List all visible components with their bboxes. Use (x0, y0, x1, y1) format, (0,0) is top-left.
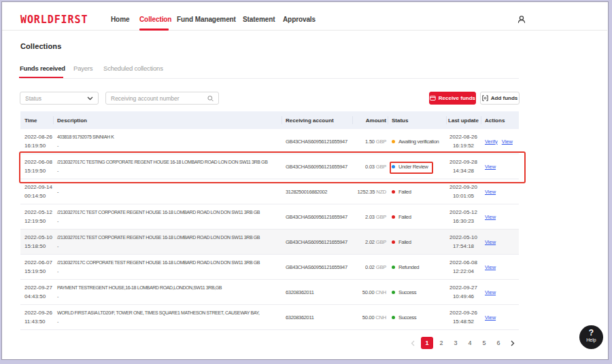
status-label: Failed (398, 214, 411, 220)
cell-amount: 50.00 CNH (352, 314, 388, 321)
description-sub: - (57, 292, 282, 301)
receive-funds-label: Receive funds (439, 95, 475, 101)
cell-time: 2022-09-26 11:43:50 (20, 308, 53, 326)
status-label: Failed (398, 189, 411, 195)
table-row[interactable]: 2022-06-07 15:19:50 /2130327017C CORPORA… (20, 255, 519, 280)
add-funds-button[interactable]: Add funds (480, 92, 520, 105)
cell-actions: View (481, 214, 519, 220)
cell-receiving-account: GB43CHAS60956121655947 (282, 164, 352, 170)
cell-status: Under Review (388, 164, 446, 170)
pagination-page-2[interactable]: 2 (435, 337, 447, 349)
pagination-pages: 123456 (421, 337, 505, 349)
table-row[interactable]: 2022-05-10 15:18:50 /2130327017C TEST CO… (20, 230, 519, 255)
amount-value: 2.02 (365, 239, 375, 245)
updated-time: 17:54:18 (446, 242, 481, 251)
receive-funds-icon (430, 95, 436, 101)
updated-date: 2022-09-28 (446, 158, 481, 166)
help-button[interactable]: ? Help (579, 325, 603, 349)
column-header-actions: Actions (481, 111, 519, 129)
time-date: 2022-09-14 (24, 183, 53, 192)
updated-date: 2022-06-08 (446, 258, 481, 267)
nav-item-home[interactable]: Home (111, 16, 129, 24)
currency-code: GBP (376, 214, 386, 220)
status-dot (392, 140, 395, 143)
time-clock: 15:19:50 (24, 166, 53, 175)
pagination-page-3[interactable]: 3 (449, 337, 462, 349)
status-label: Success (398, 289, 416, 295)
time-clock: 12:19:50 (24, 217, 53, 225)
receive-funds-button[interactable]: Receive funds (429, 92, 476, 105)
nav-item-statement[interactable]: Statement (243, 16, 275, 24)
table-row[interactable]: 2022-06-08 15:19:50 /2130327017C TESTING… (20, 154, 519, 179)
view-link[interactable]: View (485, 314, 496, 321)
amount-value: 50.00 (362, 289, 375, 295)
pagination-page-6[interactable]: 6 (492, 337, 505, 349)
column-header-last-update: Last update (446, 111, 481, 129)
cell-description: PAYMENT TESTREGENT HOUSE,16-18 LOMBARD R… (53, 283, 282, 301)
updated-time: 16:30:23 (446, 217, 481, 225)
verify-link[interactable]: Verify (485, 139, 498, 145)
view-link[interactable]: View (485, 189, 496, 195)
nav-item-approvals[interactable]: Approvals (283, 16, 316, 24)
description-sub: - (57, 166, 282, 175)
nav-item-fund-management[interactable]: Fund Management (177, 16, 236, 24)
time-date: 2022-06-07 (24, 258, 53, 267)
view-link[interactable]: View (485, 164, 496, 170)
tab-payers[interactable]: Payers (73, 65, 92, 73)
table-row[interactable]: 2022-09-14 00:14:50 - 3128250016882002 1… (20, 179, 519, 204)
updated-time: 12:22:04 (446, 267, 481, 276)
status-select[interactable]: Status (20, 92, 99, 105)
pagination-page-5[interactable]: 5 (478, 337, 490, 349)
topbar-divider (2, 30, 607, 31)
time-date: 2022-08-26 (24, 132, 53, 141)
time-clock: 15:19:50 (24, 267, 53, 276)
cell-time: 2022-08-26 16:19:50 (20, 132, 53, 150)
currency-code: GBP (376, 239, 386, 245)
search-input[interactable] (106, 95, 218, 102)
amount-value: 0.02 (365, 264, 375, 270)
view-link[interactable]: View (485, 239, 496, 245)
table-row[interactable]: 2022-09-26 11:43:50 WORLD FIRST ASIA LTD… (20, 305, 519, 330)
funds-table: Time Description Receiving account Amoun… (20, 111, 519, 330)
time-clock: 04:43:50 (24, 292, 53, 301)
status-dot (392, 316, 395, 319)
table-row[interactable]: 2022-09-27 04:43:50 PAYMENT TESTREGENT H… (20, 280, 519, 305)
cell-amount: 0.03 GBP (352, 164, 388, 170)
table-row[interactable]: 2022-05-12 12:19:50 /2130327017C TEST CO… (20, 204, 519, 230)
cell-description: 403818 91792075 SINNIAH K - (53, 132, 282, 150)
pagination-page-1[interactable]: 1 (421, 337, 433, 349)
account-number: 63208362011 (286, 289, 313, 295)
pagination-page-4[interactable]: 4 (464, 337, 476, 349)
cell-last-update: 2022-05-10 17:54:18 (446, 233, 481, 251)
view-link[interactable]: View (502, 139, 513, 145)
time-date: 2022-09-27 (24, 283, 53, 292)
cell-amount: 2.03 GBP (352, 214, 388, 220)
description-text: - (57, 187, 282, 196)
currency-code: GBP (376, 139, 386, 145)
status-label: Failed (398, 239, 411, 245)
tab-scheduled-collections[interactable]: Scheduled collections (103, 65, 163, 73)
cell-description: /2130327017C TEST CORPORATE REGENT HOUSE… (53, 233, 282, 251)
description-text: 403818 91792075 SINNIAH K (57, 132, 282, 141)
nav-item-collection[interactable]: Collection (139, 16, 171, 24)
cell-time: 2022-06-08 15:19:50 (20, 158, 53, 175)
account-number: GB43CHAS60956121655947 (286, 164, 347, 170)
view-link[interactable]: View (485, 214, 496, 220)
cell-actions: View (481, 289, 519, 295)
cell-receiving-account: GB43CHAS60956121655947 (282, 239, 352, 245)
amount-value: 1252.35 (358, 189, 375, 195)
status-label: Under Review (398, 164, 428, 170)
view-link[interactable]: View (485, 264, 496, 270)
cell-status: Success (388, 289, 446, 295)
description-sub: - (57, 317, 282, 326)
table-row[interactable]: 2022-08-26 16:19:50 403818 91792075 SINN… (20, 129, 519, 154)
user-icon[interactable] (516, 14, 527, 25)
description-text: PAYMENT TESTREGENT HOUSE,16-18 LOMBARD R… (57, 283, 282, 292)
updated-date: 2022-08-26 (446, 132, 481, 141)
cell-amount: 1252.35 NZD (352, 189, 388, 195)
pagination-next[interactable] (507, 337, 519, 349)
tab-funds-received[interactable]: Funds received (20, 65, 65, 73)
nav-active-underline (139, 29, 169, 31)
view-link[interactable]: View (485, 289, 496, 295)
pagination-prev[interactable] (407, 337, 419, 349)
